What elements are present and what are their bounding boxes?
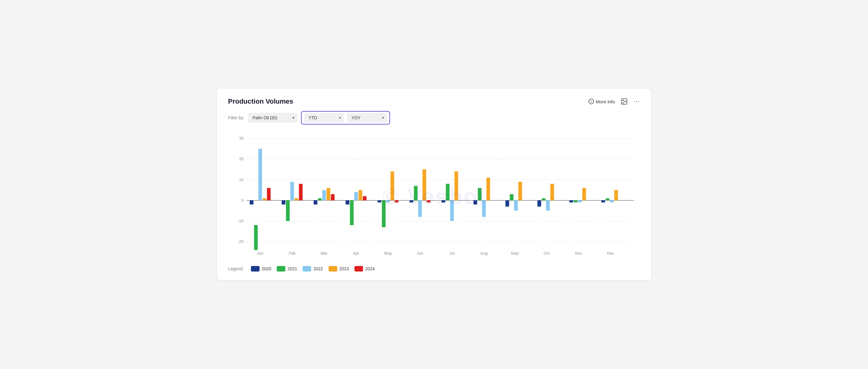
bar-mar-2022: [322, 190, 326, 200]
bar-jan-2024: [267, 188, 271, 200]
legend-color-2020: [251, 266, 259, 272]
svg-text:Aug: Aug: [480, 251, 488, 256]
legend-year-2020: 2020: [262, 266, 271, 271]
bar-jan-2022: [258, 149, 262, 200]
more-info-button[interactable]: i More info: [589, 99, 615, 104]
card-header: Production Volumes i More info ···: [228, 97, 640, 106]
bar-mar-2023: [327, 188, 330, 200]
bar-dec-2022: [610, 200, 613, 203]
svg-text:Dec: Dec: [607, 251, 614, 256]
legend-item-2024: 2024: [354, 266, 375, 272]
legend-year-2024: 2024: [365, 266, 375, 271]
commodity-select[interactable]: Palm Oil (ID) Palm Oil (MY) Rubber Cocoa: [248, 113, 297, 123]
svg-text:-10: -10: [238, 219, 244, 223]
legend-year-2021: 2021: [287, 266, 297, 271]
bar-jul-2021: [446, 184, 450, 200]
bar-apr-2022: [354, 192, 358, 200]
legend-item-2020: 2020: [251, 266, 271, 272]
image-icon[interactable]: [620, 98, 628, 105]
legend-year-2022: 2022: [313, 266, 323, 271]
more-info-label: More info: [596, 99, 615, 104]
comparison-wrapper: YOY MOM QOQ ▾: [347, 113, 387, 123]
bar-feb-2020: [282, 200, 285, 204]
bar-sept-2022: [514, 200, 518, 211]
bar-aug-2021: [477, 188, 481, 200]
bar-apr-2021: [350, 200, 353, 225]
svg-text:20: 20: [239, 157, 243, 161]
bar-may-2023: [391, 172, 394, 200]
comparison-select[interactable]: YOY MOM QOQ: [347, 113, 387, 123]
bar-jun-2022: [418, 200, 422, 217]
bar-oct-2023: [550, 184, 554, 200]
bar-chart: 30 20 10 0 -10 -20 Jan Feb: [228, 132, 640, 261]
bar-sept-2020: [505, 200, 509, 207]
svg-text:May: May: [384, 251, 392, 256]
period-wrapper: YTD MTD QTD ▾: [304, 113, 344, 123]
svg-point-1: [623, 100, 623, 101]
svg-text:Jan: Jan: [257, 251, 263, 256]
legend-item-2023: 2023: [329, 266, 349, 272]
svg-text:Jul: Jul: [450, 251, 455, 256]
legend-item-2021: 2021: [277, 266, 297, 272]
bar-may-2020: [377, 200, 381, 203]
bar-jun-2021: [414, 186, 417, 200]
svg-text:Nov: Nov: [575, 251, 582, 256]
bar-nov-2020: [569, 200, 573, 203]
bar-feb-2022: [290, 182, 294, 200]
bar-jul-2022: [450, 200, 454, 221]
bar-jun-2024: [427, 200, 430, 203]
svg-text:Feb: Feb: [288, 251, 295, 256]
bar-oct-2021: [541, 198, 545, 200]
bar-nov-2021: [574, 200, 577, 203]
svg-text:Oct: Oct: [544, 251, 550, 256]
bar-sept-2021: [509, 194, 513, 200]
production-volumes-card: Production Volumes i More info ··· Filte…: [217, 89, 651, 280]
svg-text:30: 30: [239, 136, 243, 141]
bar-aug-2023: [486, 178, 490, 200]
more-options-button[interactable]: ···: [633, 97, 640, 106]
svg-text:10: 10: [239, 177, 243, 182]
period-comparison-group: YTD MTD QTD ▾ YOY MOM QOQ ▾: [301, 111, 390, 124]
bar-dec-2020: [601, 200, 605, 203]
legend-color-2023: [329, 266, 337, 272]
bar-aug-2020: [473, 200, 477, 204]
svg-text:Apr: Apr: [353, 251, 359, 256]
bar-may-2021: [382, 200, 385, 227]
filter-by-label: Filter by:: [228, 115, 245, 120]
bar-apr-2024: [363, 196, 366, 200]
period-select[interactable]: YTD MTD QTD: [304, 113, 344, 123]
bar-nov-2023: [582, 188, 586, 200]
bar-sept-2023: [518, 182, 522, 200]
card-title: Production Volumes: [228, 97, 293, 106]
bar-dec-2023: [614, 190, 618, 200]
header-actions: i More info ···: [589, 97, 640, 106]
filter-row: Filter by: Palm Oil (ID) Palm Oil (MY) R…: [228, 111, 640, 124]
bar-feb-2024: [299, 184, 303, 200]
bar-feb-2023: [294, 198, 298, 200]
legend-item-2022: 2022: [303, 266, 323, 272]
bar-mar-2021: [318, 198, 321, 200]
legend-label: Legend:: [228, 266, 244, 271]
info-circle-icon: i: [589, 99, 594, 104]
bar-jun-2020: [409, 200, 413, 203]
bar-apr-2023: [359, 190, 362, 200]
bar-mar-2020: [314, 200, 317, 204]
svg-text:Jun: Jun: [416, 251, 423, 256]
bar-jan-2020: [250, 200, 253, 204]
bar-feb-2021: [286, 200, 290, 221]
bar-jan-2023: [262, 198, 266, 200]
bar-jul-2020: [441, 200, 445, 203]
bar-mar-2024: [331, 194, 335, 200]
bar-may-2024: [395, 200, 398, 203]
commodity-wrapper: Palm Oil (ID) Palm Oil (MY) Rubber Cocoa…: [248, 113, 297, 123]
bar-may-2022: [386, 200, 390, 203]
bar-dec-2021: [606, 198, 609, 200]
bar-apr-2020: [345, 200, 349, 204]
bar-oct-2020: [537, 200, 541, 207]
legend-color-2024: [354, 266, 363, 272]
bar-oct-2022: [546, 200, 550, 211]
legend-color-2022: [303, 266, 311, 272]
legend-color-2021: [277, 266, 285, 272]
svg-text:Mar: Mar: [321, 251, 328, 256]
svg-text:-20: -20: [238, 239, 244, 244]
